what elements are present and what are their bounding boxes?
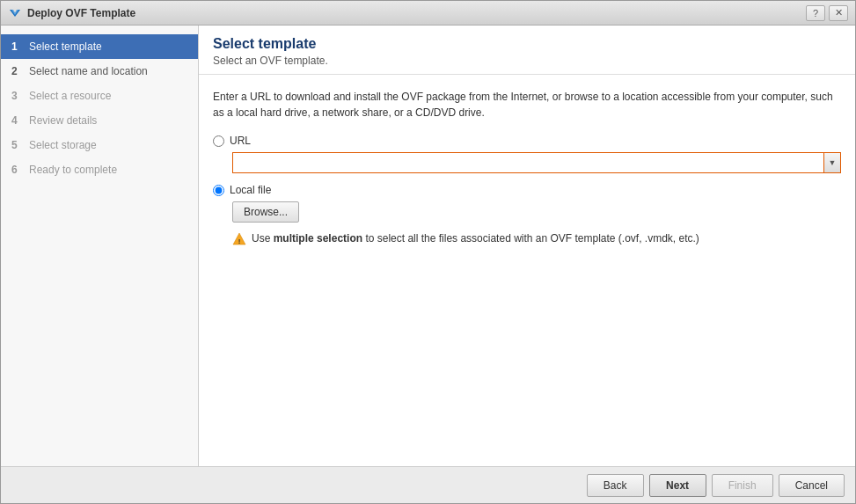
titlebar-controls: ? ✕ [806,5,848,21]
sidebar-item-review-details: 4 Review details [1,108,198,133]
sidebar-item-ready-to-complete: 6 Ready to complete [1,157,198,182]
local-file-radio-row: Local file [213,184,841,196]
url-input[interactable] [232,152,823,173]
url-radio[interactable] [213,135,224,147]
sidebar-item-label-3: Select a resource [29,90,111,102]
sidebar-item-number-1: 1 [11,40,24,53]
warning-bold-text: multiple selection [274,232,362,245]
sidebar-item-select-resource: 3 Select a resource [1,84,198,108]
deploy-ovf-dialog: Deploy OVF Template ? ✕ 1 Select templat… [0,0,856,504]
sidebar-item-label-6: Ready to complete [29,164,117,176]
local-file-label[interactable]: Local file [230,184,271,196]
sidebar-item-number-4: 4 [11,114,24,127]
svg-text:!: ! [238,237,241,245]
warning-text: Use multiple selection to select all the… [252,231,699,246]
content-header: Select template Select an OVF template. [199,26,855,75]
url-radio-row: URL [213,135,841,147]
sidebar-item-select-name[interactable]: 2 Select name and location [1,59,198,84]
app-icon [8,6,22,20]
browse-button[interactable]: Browse... [232,201,299,223]
help-button[interactable]: ? [806,5,825,21]
warning-icon: ! [232,232,246,246]
cancel-button[interactable]: Cancel [779,474,845,497]
content-subtitle: Select an OVF template. [213,55,841,67]
sidebar-item-select-storage: 5 Select storage [1,133,198,157]
sidebar-item-label-5: Select storage [29,139,97,151]
description-text: Enter a URL to download and install the … [213,89,841,121]
sidebar-item-number-2: 2 [11,65,24,77]
next-button[interactable]: Next [649,474,706,497]
url-input-row: ▼ [232,152,841,173]
sidebar-item-label-2: Select name and location [29,65,148,77]
sidebar-item-number-6: 6 [11,164,24,176]
content-body: Enter a URL to download and install the … [199,75,855,466]
sidebar-item-label-1: Select template [29,40,102,53]
footer: Back Next Finish Cancel [1,466,855,503]
content-area: Select template Select an OVF template. … [199,26,855,466]
sidebar-item-number-3: 3 [11,90,24,102]
local-file-radio[interactable] [213,185,224,196]
sidebar-item-number-5: 5 [11,139,24,151]
url-radio-label[interactable]: URL [230,135,251,147]
content-title: Select template [213,36,841,52]
finish-button: Finish [712,474,773,497]
sidebar-item-select-template[interactable]: 1 Select template [1,34,198,59]
main-content: 1 Select template 2 Select name and loca… [1,26,855,466]
back-button[interactable]: Back [587,474,644,497]
url-radio-group: URL ▼ [213,135,841,173]
titlebar: Deploy OVF Template ? ✕ [1,1,855,26]
close-button[interactable]: ✕ [829,5,848,21]
local-file-section: Local file Browse... ! Use multiple sele… [213,184,841,246]
sidebar-item-label-4: Review details [29,114,97,127]
url-dropdown-button[interactable]: ▼ [823,152,841,173]
warning-row: ! Use multiple selection to select all t… [232,231,841,246]
sidebar: 1 Select template 2 Select name and loca… [1,26,199,466]
window-title: Deploy OVF Template [27,7,801,19]
